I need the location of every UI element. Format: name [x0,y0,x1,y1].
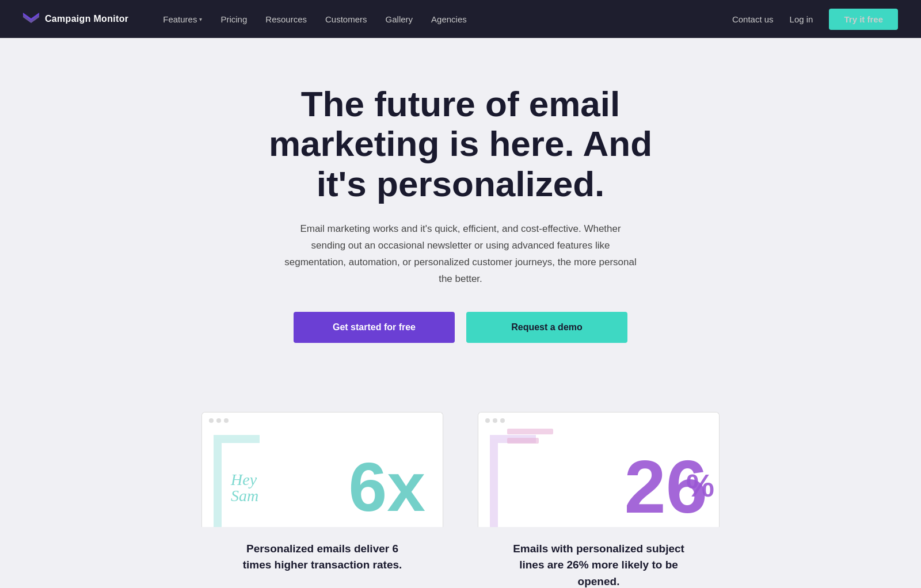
request-demo-button[interactable]: Request a demo [466,312,627,343]
stat-visual-2: 26 % [478,412,720,527]
stat-text-2: Emails with personalized subject lines a… [512,527,685,588]
nav-links: Features ▾ Pricing Resources Customers G… [163,14,732,24]
stat-card-1: Hey Sam 6x Personalized emails deliver 6… [201,412,443,588]
nav-customers[interactable]: Customers [325,14,367,24]
stat-percent-sign: % [686,467,714,504]
stat-visual-1: Hey Sam 6x [201,412,443,527]
get-started-button[interactable]: Get started for free [294,312,455,343]
logo-link[interactable]: Campaign Monitor [23,13,128,25]
stats-section: Hey Sam 6x Personalized emails deliver 6… [0,377,921,588]
card1-illustration: Hey Sam 6x [202,413,443,527]
hero-subtext: Email marketing works and it's quick, ef… [282,221,639,288]
hey-sam-text: Hey Sam [231,472,258,504]
hero-heading: The future of email marketing is here. A… [253,84,668,204]
nav-contact[interactable]: Contact us [732,14,774,24]
logo-icon [23,13,39,25]
nav-agencies[interactable]: Agencies [431,14,467,24]
stat-6x-number: 6x [349,452,425,521]
nav-features[interactable]: Features ▾ [163,14,202,24]
t-shape-purple [490,435,536,527]
stat-card-2: 26 % Emails with personalized subject li… [478,412,720,588]
nav-resources[interactable]: Resources [265,14,307,24]
stat-text-1: Personalized emails deliver 6 times high… [236,527,409,574]
pink-bar-2 [507,438,539,444]
nav-gallery[interactable]: Gallery [386,14,413,24]
card2-illustration: 26 % [478,413,719,527]
nav-right: Contact us Log in Try it free [732,9,898,30]
nav-pricing[interactable]: Pricing [220,14,247,24]
hero-buttons: Get started for free Request a demo [12,312,909,343]
pink-bar-1 [507,429,553,434]
try-free-button[interactable]: Try it free [829,9,898,30]
navbar: Campaign Monitor Features ▾ Pricing Reso… [0,0,921,38]
chevron-down-icon: ▾ [199,16,202,22]
logo-text: Campaign Monitor [45,14,128,24]
nav-login[interactable]: Log in [790,14,813,24]
hero-section: The future of email marketing is here. A… [0,38,921,377]
